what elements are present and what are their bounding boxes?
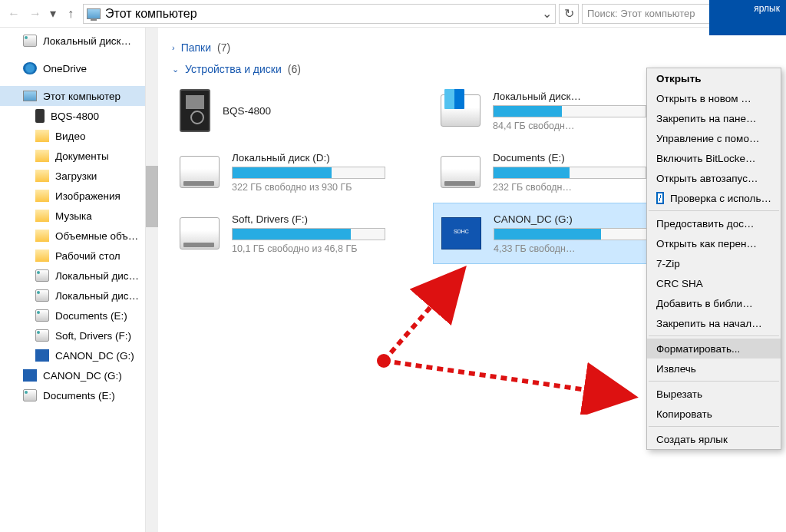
usage-bar [232,228,385,240]
context-menu-item[interactable]: Открыть в новом … [647,88,781,108]
sidebar: Локальный диск…OneDriveЭтот компьютерBQS… [0,28,146,532]
sd-icon [35,349,49,362]
up-button[interactable]: ↑ [61,5,80,23]
context-menu-item[interactable]: Проверка с исполь… [647,188,781,208]
drive-icon [23,389,37,401]
context-menu-item[interactable]: Открыть как перен… [647,233,781,253]
usage-bar [494,228,647,240]
address-bar[interactable]: Этот компьютер ⌄ [83,4,556,24]
mp3-icon [180,89,210,132]
hdd-icon [180,217,220,249]
group-folders[interactable]: › Папки (7) [172,41,772,54]
context-menu-item[interactable]: Вырезать [647,384,781,404]
usage-bar [493,167,646,179]
search-placeholder: Поиск: Этот компьютер [587,8,695,19]
drive-item[interactable]: BQS-4800 [172,80,433,141]
toolbar: ← → ▾ ↑ Этот компьютер ⌄ ↻ Поиск: Этот к… [0,0,786,28]
folder-icon [35,170,49,182]
sd-icon [23,369,37,382]
sidebar-item[interactable]: BQS-4800 [0,106,145,126]
context-menu-item[interactable]: Предоставить дос… [647,213,781,233]
sidebar-item[interactable]: Документы [0,146,145,166]
chevron-down-icon: ⌄ [172,64,179,74]
sidebar-item[interactable]: Локальный дис… [0,286,145,306]
context-menu-item[interactable]: CRC SHA [647,273,781,293]
chevron-right-icon: › [172,43,175,52]
chevron-down-icon[interactable]: ⌄ [542,6,552,21]
context-menu: ОткрытьОткрыть в новом …Закрепить на пан… [646,68,781,450]
phone-icon [35,109,45,123]
sidebar-item[interactable]: OneDrive [0,58,145,78]
sidebar-item[interactable]: Загрузки [0,166,145,186]
back-button[interactable]: ← [5,5,23,23]
usage-bar [232,167,385,179]
sidebar-item[interactable]: Documents (E:) [0,385,145,405]
context-menu-item[interactable]: Закрепить на начал… [647,313,781,333]
context-menu-item[interactable]: 7-Zip [647,253,781,273]
pc-icon [87,8,101,19]
drive-name: Локальный диск (D:) [232,152,425,164]
context-menu-item[interactable]: Форматировать... [647,339,781,359]
drive-icon [23,35,37,47]
menu-separator [649,335,779,336]
drive-item[interactable]: Soft, Drivers (F:)10,1 ГБ свободно из 46… [172,203,433,264]
drive-subtext: 322 ГБ свободно из 930 ГБ [232,182,425,193]
context-menu-item[interactable]: Управление с помо… [647,128,781,148]
folder-icon [35,230,49,242]
history-dropdown-icon[interactable]: ▾ [48,5,58,23]
drive-icon [35,289,49,302]
sidebar-item[interactable]: Локальный диск… [0,31,145,51]
onedrive-icon [23,62,37,74]
context-menu-item[interactable]: Закрепить на пане… [647,108,781,128]
context-menu-item[interactable]: Добавить в библи… [647,293,781,313]
menu-separator [649,426,779,427]
sidebar-item[interactable]: Изображения [0,186,145,206]
sidebar-item[interactable]: Объемные объ… [0,226,145,246]
context-menu-item[interactable]: Открыть [647,68,781,88]
hdd-icon [180,156,220,188]
drive-icon [35,309,49,322]
context-menu-item[interactable]: Открыть автозапус… [647,168,781,188]
scrollbar-thumb[interactable] [146,166,158,227]
drive-subtext: 10,1 ГБ свободно из 46,8 ГБ [232,243,425,254]
folder-icon [35,249,49,262]
context-menu-item[interactable]: Копировать [647,404,781,424]
pc-icon [23,91,37,101]
folder-icon [35,150,49,162]
drive-icon [35,329,49,342]
usage-bar [493,105,646,117]
context-menu-item[interactable]: Включить BitLocke… [647,148,781,168]
sidebar-item[interactable]: Этот компьютер [0,86,145,106]
win-icon [441,94,481,127]
sidebar-item[interactable]: Локальный дис… [0,266,145,286]
refresh-button[interactable]: ↻ [559,4,579,24]
address-text: Этот компьютер [105,7,197,21]
forward-button[interactable]: → [26,5,45,23]
menu-separator [649,381,779,382]
menu-separator [649,210,779,211]
sidebar-scrollbar[interactable] [146,28,158,532]
sidebar-item[interactable]: Documents (E:) [0,306,145,325]
sidebar-item[interactable]: CANON_DC (G:) [0,345,145,365]
sidebar-item[interactable]: Музыка [0,206,145,226]
context-menu-item[interactable]: Извлечь [647,359,781,378]
context-menu-item[interactable]: Создать ярлык [647,429,781,449]
sidebar-item[interactable]: CANON_DC (G:) [0,365,145,385]
shield-icon [656,192,664,204]
sidebar-item[interactable]: Видео [0,126,145,146]
drive-item[interactable]: Локальный диск (D:)322 ГБ свободно из 93… [172,141,433,203]
hdd-icon [441,156,481,188]
sidebar-item[interactable]: Рабочий стол [0,246,145,266]
folder-icon [35,130,49,142]
folder-icon [35,190,49,202]
folder-icon [35,210,49,222]
drive-name: BQS-4800 [223,105,425,117]
sidebar-item[interactable]: Soft, Drivers (F:) [0,325,145,345]
drive-name: Soft, Drivers (F:) [232,213,425,225]
drive-icon [35,269,49,282]
sdhc-icon: SDHC [441,217,481,249]
